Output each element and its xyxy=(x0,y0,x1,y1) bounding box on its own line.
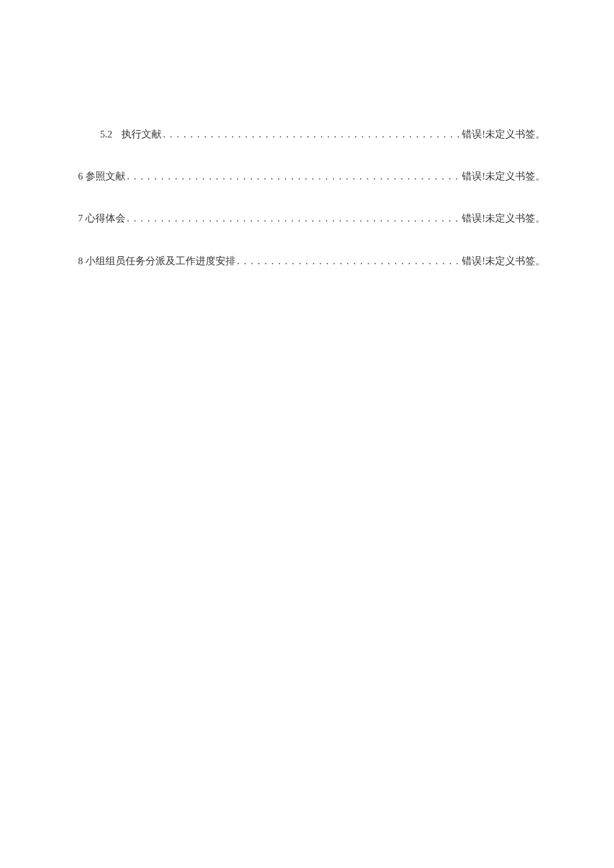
toc-page-ref: 错误!未定义书签。 xyxy=(462,169,545,184)
toc-entry: 6 参照文献 错误!未定义书签。 xyxy=(78,169,545,184)
toc-page-ref: 错误!未定义书签。 xyxy=(462,254,545,269)
toc-leader xyxy=(125,169,462,184)
toc-entry: 7 心得体会 错误!未定义书签。 xyxy=(78,211,545,226)
toc-page-ref: 错误!未定义书签。 xyxy=(462,127,545,142)
toc-number: 5.2 xyxy=(100,127,112,142)
toc-number: 8 xyxy=(78,254,83,269)
toc-title: 小组组员任务分派及工作进度安排 xyxy=(85,254,236,269)
toc-number: 7 xyxy=(78,211,83,226)
toc-entry: 8 小组组员任务分派及工作进度安排 错误!未定义书签。 xyxy=(78,254,545,269)
toc-number: 6 xyxy=(78,169,83,184)
toc-leader xyxy=(125,211,462,226)
toc-title: 参照文献 xyxy=(85,169,125,184)
toc-page-ref: 错误!未定义书签。 xyxy=(462,211,545,226)
toc-entry: 5.2 执行文献 错误!未定义书签。 xyxy=(78,127,545,142)
toc-leader xyxy=(162,127,462,142)
toc-title: 心得体会 xyxy=(85,211,125,226)
toc-title: 执行文献 xyxy=(121,127,162,142)
toc-leader xyxy=(236,254,462,269)
toc-section: 5.2 执行文献 错误!未定义书签。 6 参照文献 错误!未定义书签。 7 心得… xyxy=(78,127,545,296)
